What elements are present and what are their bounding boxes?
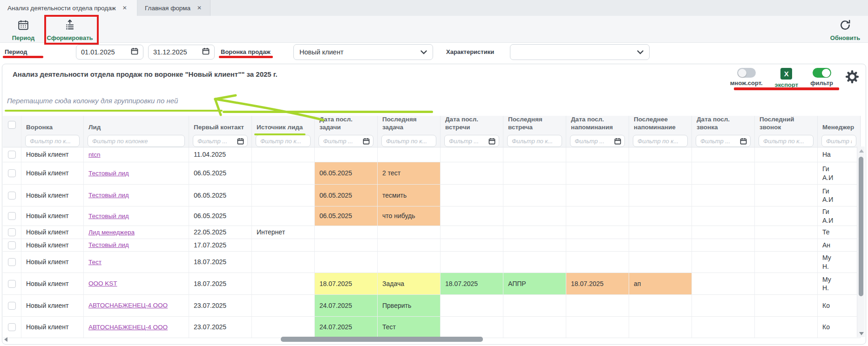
lead-link[interactable]: АВТОСНАБЖЕНЕЦ-4 ООО: [88, 323, 168, 332]
filter-text-input[interactable]: [29, 137, 76, 145]
filter-text-input[interactable]: [511, 137, 558, 145]
scroll-left-arrow-icon[interactable]: [4, 337, 7, 342]
column-filter-input[interactable]: [193, 135, 248, 147]
calendar-icon[interactable]: [363, 138, 370, 145]
column-header[interactable]: Последняя встреча: [503, 116, 566, 133]
column-header[interactable]: Менеджер: [818, 116, 861, 133]
lead-link[interactable]: Тест: [88, 258, 102, 266]
table-row[interactable]: Новый клиентООО KST18.07.202518.07.2025З…: [3, 273, 861, 295]
row-checkbox[interactable]: [8, 192, 16, 200]
row-checkbox[interactable]: [8, 212, 16, 220]
scroll-down-arrow-icon[interactable]: [859, 332, 864, 335]
calendar-icon[interactable]: [614, 138, 621, 145]
column-filter-input[interactable]: [444, 135, 499, 147]
calendar-icon[interactable]: [202, 47, 210, 57]
table-row[interactable]: Новый клиентТестовый лид06.05.202506.05.…: [3, 206, 861, 226]
filter-text-input[interactable]: [197, 137, 237, 145]
multisort-toggle[interactable]: [737, 68, 756, 78]
lead-link[interactable]: Тестовый лид: [88, 191, 129, 200]
vertical-scrollbar-thumb[interactable]: [859, 157, 863, 296]
funnel-select[interactable]: Новый клиент: [293, 44, 433, 60]
row-checkbox[interactable]: [8, 280, 16, 288]
date-from-input[interactable]: 01.01.2025: [76, 45, 143, 60]
calendar-icon[interactable]: [740, 138, 747, 145]
lead-link[interactable]: Тестовый лид: [88, 241, 129, 249]
column-filter-input[interactable]: [507, 135, 562, 147]
table-row[interactable]: Новый клиентТест18.07.2025Му Н.: [3, 252, 861, 273]
lead-link[interactable]: Тестовый лид: [88, 212, 129, 220]
row-checkbox[interactable]: [8, 241, 16, 249]
filter-text-input[interactable]: [322, 137, 363, 145]
column-header[interactable]: Дата посл. встречи: [441, 116, 503, 133]
column-filter-input[interactable]: [759, 135, 814, 147]
lead-link[interactable]: Лид менеджера: [88, 228, 135, 237]
filter-toggle[interactable]: [813, 68, 831, 78]
column-header[interactable]: Первый контакт: [189, 116, 252, 133]
settings-gear-icon[interactable]: [845, 70, 859, 86]
lead-link[interactable]: АВТОСНАБЖЕНЕЦ-4 ООО: [88, 301, 168, 310]
column-filter-input[interactable]: [25, 135, 80, 147]
filter-text-input[interactable]: [385, 137, 433, 145]
table-cell: [566, 162, 629, 185]
filter-text-input[interactable]: [259, 137, 307, 145]
tab-sales-analysis[interactable]: Анализ деятельности отдела продаж ✕: [0, 0, 137, 16]
horizontal-scrollbar[interactable]: [3, 336, 859, 343]
select-all-checkbox[interactable]: [8, 121, 16, 129]
filter-text-input[interactable]: [825, 137, 853, 145]
row-checkbox[interactable]: [8, 323, 16, 331]
column-header[interactable]: Дата посл. звонка: [692, 116, 755, 133]
filter-text-input[interactable]: [91, 137, 181, 145]
column-filter-input[interactable]: [821, 135, 856, 147]
column-filter-input[interactable]: [570, 135, 625, 147]
lead-link[interactable]: Тестовый лид: [88, 169, 129, 178]
column-filter-input[interactable]: [319, 135, 373, 147]
table-row[interactable]: Новый клиентТестовый лид17.07.2025Ан: [3, 239, 861, 252]
filter-text-input[interactable]: [448, 137, 488, 145]
column-header[interactable]: Воронка: [21, 116, 84, 133]
column-filter-input[interactable]: [633, 135, 688, 147]
generate-button[interactable]: Сформировать: [47, 19, 93, 41]
column-header[interactable]: Лид: [84, 116, 189, 133]
table-row[interactable]: Новый клиентАВТОСНАБЖЕНЕЦ-4 ООО23.07.202…: [3, 317, 861, 338]
characteristics-select[interactable]: [510, 44, 650, 60]
row-checkbox[interactable]: [8, 169, 16, 177]
table-row[interactable]: Новый клиентntcn11.04.2025На: [3, 147, 861, 162]
tab-main-form[interactable]: Главная форма ✕: [137, 0, 210, 16]
excel-export-icon[interactable]: X: [780, 68, 792, 80]
lead-link[interactable]: ntcn: [88, 151, 101, 159]
column-header[interactable]: Последнее напоминание: [629, 116, 692, 133]
filter-text-input[interactable]: [574, 137, 614, 145]
column-header[interactable]: Последний звонок: [755, 116, 818, 133]
column-header[interactable]: Дата посл. задачи: [315, 116, 378, 133]
calendar-icon[interactable]: [488, 138, 495, 145]
column-filter-input[interactable]: [256, 135, 311, 147]
table-row[interactable]: Новый клиентТестовый лид06.05.202506.05.…: [3, 162, 861, 185]
date-to-input[interactable]: 31.12.2025: [148, 45, 215, 60]
vertical-scrollbar[interactable]: [857, 146, 865, 337]
column-filter-input[interactable]: [696, 135, 751, 147]
column-header[interactable]: Дата посл. напоминания: [566, 116, 629, 133]
calendar-icon[interactable]: [131, 47, 138, 57]
table-row[interactable]: Новый клиентЛид менеджера22.05.2025Интер…: [3, 226, 861, 239]
table-row[interactable]: Новый клиентТестовый лид06.05.202506.05.…: [3, 185, 861, 206]
row-checkbox[interactable]: [8, 228, 16, 236]
filter-text-input[interactable]: [637, 137, 684, 145]
scroll-up-arrow-icon[interactable]: [859, 149, 864, 153]
table-row[interactable]: Новый клиентАВТОСНАБЖЕНЕЦ-4 ООО23.07.202…: [3, 295, 861, 317]
column-header[interactable]: Последняя задача: [378, 116, 441, 133]
row-checkbox[interactable]: [8, 151, 16, 159]
column-header[interactable]: Источник лида: [252, 116, 315, 133]
horizontal-scrollbar-thumb[interactable]: [281, 337, 483, 342]
close-icon[interactable]: ✕: [197, 5, 202, 11]
lead-link[interactable]: ООО KST: [88, 279, 117, 288]
column-filter-input[interactable]: [88, 135, 185, 147]
row-checkbox[interactable]: [8, 258, 16, 266]
period-button[interactable]: Период: [8, 19, 38, 41]
filter-text-input[interactable]: [762, 137, 810, 145]
refresh-button[interactable]: Обновить: [828, 19, 862, 41]
close-icon[interactable]: ✕: [122, 5, 127, 11]
column-filter-input[interactable]: [381, 135, 436, 147]
row-checkbox[interactable]: [8, 302, 16, 310]
calendar-icon[interactable]: [237, 138, 244, 145]
filter-text-input[interactable]: [699, 137, 740, 145]
